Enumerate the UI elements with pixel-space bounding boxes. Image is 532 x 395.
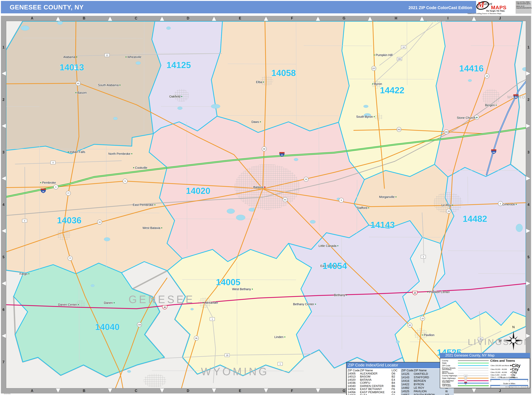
zip-code-label: 14020 bbox=[186, 186, 210, 196]
legend-line-sample: 123 bbox=[458, 382, 489, 384]
svg-text:12: 12 bbox=[106, 54, 108, 56]
svg-text:20: 20 bbox=[164, 306, 166, 308]
zip-index-cell: I6 bbox=[445, 390, 453, 393]
logo-tagline-1: On Target. On Time. bbox=[486, 10, 505, 12]
legend-row-label: Minor Streets bbox=[442, 372, 458, 374]
town-dot bbox=[337, 245, 338, 246]
zip-index-cell: 14125 bbox=[401, 372, 414, 376]
city-size-dot-icon bbox=[510, 365, 511, 366]
city-label: Bethany Center bbox=[293, 302, 314, 306]
svg-text:3: 3 bbox=[423, 256, 424, 258]
town-dot bbox=[78, 304, 79, 305]
state-highway-shield-icon: 237 bbox=[371, 66, 376, 71]
city-label: Alexander bbox=[204, 301, 218, 304]
legend-line-sample: 123 bbox=[458, 374, 489, 377]
grid-column-label: C bbox=[135, 16, 137, 20]
legend-city-class: Cities 5,000 - 24,999City bbox=[490, 374, 515, 376]
zip-index-cell: PAVILION bbox=[414, 390, 445, 393]
state-highway-shield-icon: 19 bbox=[420, 316, 425, 321]
zip-code-label: 14482 bbox=[463, 214, 487, 224]
city-label: Darien Center bbox=[58, 303, 77, 306]
svg-text:490: 490 bbox=[492, 151, 495, 153]
town-dot bbox=[68, 151, 69, 152]
legend-cities-title: Cities and Towns bbox=[490, 359, 515, 362]
zip-code-label: 14058 bbox=[271, 68, 296, 78]
legend-line-sample bbox=[458, 364, 489, 367]
town-dot bbox=[252, 289, 253, 290]
town-dot bbox=[452, 205, 453, 206]
svg-text:123: 123 bbox=[465, 378, 467, 379]
city-label: Pavilion bbox=[424, 333, 434, 337]
zip-index-cell: D6 bbox=[392, 372, 399, 375]
town-dot bbox=[372, 83, 373, 84]
legend-scale_mi: Scale in Miles012 bbox=[490, 382, 528, 388]
city-label: Cookville bbox=[135, 166, 147, 169]
zip-code-label: 14422 bbox=[380, 85, 404, 95]
svg-text:77: 77 bbox=[67, 192, 69, 194]
logo-m: M bbox=[477, 0, 484, 9]
water-body bbox=[177, 107, 182, 110]
zip-code-label: 14416 bbox=[459, 63, 484, 73]
city-label: Little Canada bbox=[318, 244, 337, 247]
svg-text:5: 5 bbox=[341, 199, 342, 202]
svg-text:77: 77 bbox=[69, 257, 71, 259]
town-dot bbox=[516, 204, 517, 205]
svg-text:123: 123 bbox=[464, 375, 467, 377]
logo-tagline-2: America's Leading Source of Business Map… bbox=[467, 12, 501, 15]
town-dot bbox=[114, 302, 115, 303]
svg-text:5: 5 bbox=[125, 180, 126, 182]
svg-text:5: 5 bbox=[500, 203, 501, 205]
zip-index-left-columns: ZIP CodeZIP NameLOC14005ALEXANDERD614013… bbox=[348, 369, 399, 395]
water-body bbox=[364, 105, 368, 108]
zip-index-cell: C4 bbox=[392, 391, 399, 394]
zip-index-cell: 14482 bbox=[401, 386, 414, 390]
zip-index-cell: F2 bbox=[392, 394, 399, 395]
county-name-label: WYOMING bbox=[201, 366, 269, 378]
legend-city-class-label: Cities 50,000 - 99,999 bbox=[490, 368, 510, 370]
state-highway-shield-icon: 33 bbox=[97, 220, 102, 224]
legend-title: 2021 Genesee County, NY Map bbox=[440, 353, 530, 358]
city-size-dot-icon bbox=[510, 375, 511, 375]
county-name-label: GENESEE bbox=[129, 294, 195, 305]
state-highway-shield-icon: 238 bbox=[137, 322, 142, 327]
legend-row-label: Toll Roads bbox=[442, 385, 458, 387]
scale-title: Scale in Miles bbox=[490, 382, 528, 385]
scale-tick: 0 bbox=[490, 386, 491, 388]
grid-row-label: 1 bbox=[3, 45, 5, 49]
zip-index-header: ZIP Name bbox=[360, 369, 392, 372]
city-label: Indian Falls bbox=[70, 150, 85, 154]
water-body bbox=[127, 370, 131, 373]
state-highway-shield-icon: 98 bbox=[262, 147, 266, 151]
water-body bbox=[516, 224, 523, 232]
svg-text:262: 262 bbox=[445, 131, 448, 133]
state-highway-shield-icon: 77 bbox=[66, 191, 71, 196]
city-label: Oakfield bbox=[169, 95, 180, 98]
zip-index-cell: 14036 bbox=[348, 381, 360, 384]
contact-email: mapsales@MarketMAPS.com bbox=[516, 7, 531, 9]
water-body bbox=[167, 27, 171, 30]
grid-column-label: G bbox=[343, 389, 345, 393]
town-dot bbox=[260, 121, 261, 122]
town-dot bbox=[28, 273, 29, 274]
zip-index-body: ZIP CodeZIP NameLOC14005ALEXANDERD614013… bbox=[347, 368, 443, 395]
zip-index-cell: DARIEN CENTER bbox=[360, 384, 392, 388]
city-label: Morganville bbox=[379, 195, 395, 198]
svg-text:14: 14 bbox=[403, 46, 405, 48]
street-cluster bbox=[235, 164, 300, 210]
zip-region-14013 bbox=[6, 21, 161, 154]
grid-row-label: 7 bbox=[3, 360, 5, 364]
svg-text:237: 237 bbox=[372, 67, 376, 70]
town-dot bbox=[75, 92, 76, 93]
city-label: North Pembroke bbox=[108, 152, 130, 155]
town-dot bbox=[181, 96, 182, 97]
zip-index-cell: E4 bbox=[392, 378, 399, 381]
zip-code-label: 14054 bbox=[322, 261, 347, 271]
scale-bar bbox=[490, 385, 528, 386]
svg-text:98: 98 bbox=[195, 337, 197, 339]
grid-row-label: 5 bbox=[528, 255, 530, 259]
svg-text:63: 63 bbox=[284, 199, 286, 201]
town-dot bbox=[476, 117, 477, 118]
svg-text:98: 98 bbox=[263, 148, 265, 150]
legend-city-sample: City bbox=[510, 374, 515, 376]
zip-index-title: ZIP Code Index/Grid Locator bbox=[346, 362, 443, 368]
